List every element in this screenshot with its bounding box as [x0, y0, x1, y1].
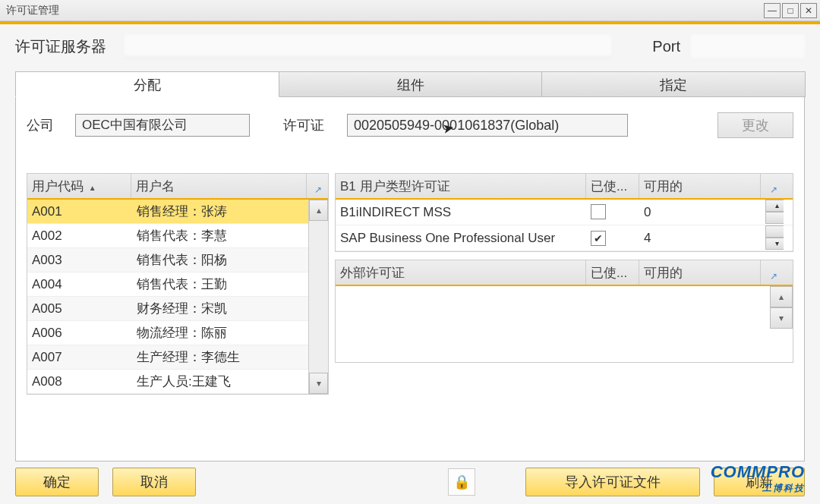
- table-row[interactable]: A007 生产经理：李德生: [27, 345, 308, 370]
- ok-button[interactable]: 确定: [15, 468, 99, 496]
- window-title: 许可证管理: [6, 4, 59, 17]
- b1-license-table: B1 用户类型许可证 已使... 可用的 ↗ B1iINDIRECT MSS 0: [335, 173, 793, 252]
- users-col-code[interactable]: 用户代码 ▲: [27, 174, 131, 198]
- spin-down-button[interactable]: [765, 212, 784, 224]
- import-license-file-button[interactable]: 导入许可证文件: [525, 468, 700, 496]
- company-label: 公司: [27, 116, 65, 134]
- refresh-button[interactable]: 刷新: [714, 468, 805, 496]
- table-row[interactable]: A001 销售经理：张涛: [27, 200, 308, 224]
- window-close-button[interactable]: ✕: [800, 3, 817, 18]
- cancel-button[interactable]: 取消: [112, 468, 196, 496]
- external-license-table: 外部许可证 已使... 可用的 ↗ ▴ ▾: [335, 260, 793, 363]
- license-server-label: 许可证服务器: [15, 36, 114, 57]
- port-label: Port: [652, 38, 680, 55]
- used-checkbox[interactable]: [591, 204, 606, 219]
- license-server-row: 许可证服务器 Port: [0, 24, 820, 65]
- users-corner: ↗: [307, 174, 328, 198]
- tab-component[interactable]: 组件: [279, 71, 543, 97]
- expand-icon[interactable]: ↗: [770, 177, 779, 186]
- window-minimize-button[interactable]: —: [764, 3, 781, 18]
- expand-icon[interactable]: ↗: [770, 263, 779, 272]
- spin-down-button[interactable]: ▾: [765, 238, 784, 250]
- ext-scrollbar[interactable]: ▴ ▾: [770, 286, 793, 362]
- allocation-panel: 公司 OEC中国有限公司 许可证 0020505949-0001061837(G…: [15, 97, 805, 461]
- lic1-col-used[interactable]: 已使...: [586, 174, 639, 198]
- license-label: 许可证: [283, 116, 336, 134]
- scroll-up-button[interactable]: ▴: [770, 286, 793, 307]
- users-body: A001 销售经理：张涛 A002 销售代表：李慧 A003 销售代表：阳杨: [27, 200, 328, 394]
- window-maximize-button[interactable]: □: [782, 3, 799, 18]
- scroll-down-button[interactable]: ▾: [770, 307, 793, 329]
- table-row[interactable]: SAP Business One Professional User ✔ 4 ▾: [336, 225, 793, 251]
- scroll-down-button[interactable]: ▾: [309, 373, 328, 394]
- tab-assign[interactable]: 指定: [541, 71, 806, 97]
- lock-icon[interactable]: 🔒: [448, 468, 475, 496]
- table-row[interactable]: A002 销售代表：李慧: [27, 224, 308, 248]
- bottom-bar: 确定 取消 🔒 导入许可证文件 刷新: [0, 468, 820, 496]
- users-table: 用户代码 ▲ 用户名 ↗ A001 销售经理：张涛: [27, 173, 329, 395]
- license-field[interactable]: 0020505949-0001061837(Global): [347, 114, 628, 137]
- lic1-corner: ↗: [761, 174, 784, 198]
- license-server-input[interactable]: [125, 35, 611, 58]
- lic1-col-avail[interactable]: 可用的: [639, 174, 761, 198]
- change-button[interactable]: 更改: [718, 112, 793, 138]
- panel-top-row: 公司 OEC中国有限公司 许可证 0020505949-0001061837(G…: [27, 112, 793, 138]
- users-scrollbar[interactable]: ▴ ▾: [308, 200, 328, 394]
- main-tabs: 分配 组件 指定: [15, 71, 805, 97]
- company-field[interactable]: OEC中国有限公司: [75, 114, 250, 137]
- lic2-col-used[interactable]: 已使...: [586, 260, 639, 285]
- lic1-col-type[interactable]: B1 用户类型许可证: [336, 174, 586, 198]
- scroll-up-button[interactable]: ▴: [309, 200, 328, 221]
- used-checkbox[interactable]: ✔: [591, 231, 606, 246]
- spin-up-button[interactable]: ▴: [765, 200, 784, 212]
- users-col-name[interactable]: 用户名: [131, 174, 307, 198]
- lic2-col-type[interactable]: 外部许可证: [336, 260, 586, 285]
- window-titlebar: 许可证管理 — □ ✕: [0, 0, 820, 21]
- table-row[interactable]: A008 生产人员:王建飞: [27, 370, 308, 394]
- sort-asc-icon: ▲: [89, 184, 96, 192]
- expand-icon[interactable]: ↗: [314, 177, 323, 186]
- table-row[interactable]: A006 物流经理：陈丽: [27, 321, 308, 345]
- lic2-corner: ↗: [761, 260, 784, 285]
- table-row[interactable]: A004 销售代表：王勤: [27, 272, 308, 297]
- lic2-col-avail[interactable]: 可用的: [639, 260, 761, 285]
- port-input[interactable]: [691, 35, 805, 58]
- table-row[interactable]: A003 销售代表：阳杨: [27, 248, 308, 272]
- table-row[interactable]: A005 财务经理：宋凯: [27, 297, 308, 321]
- table-row[interactable]: B1iINDIRECT MSS 0 ▴: [336, 200, 793, 225]
- tab-allocation[interactable]: 分配: [15, 71, 279, 97]
